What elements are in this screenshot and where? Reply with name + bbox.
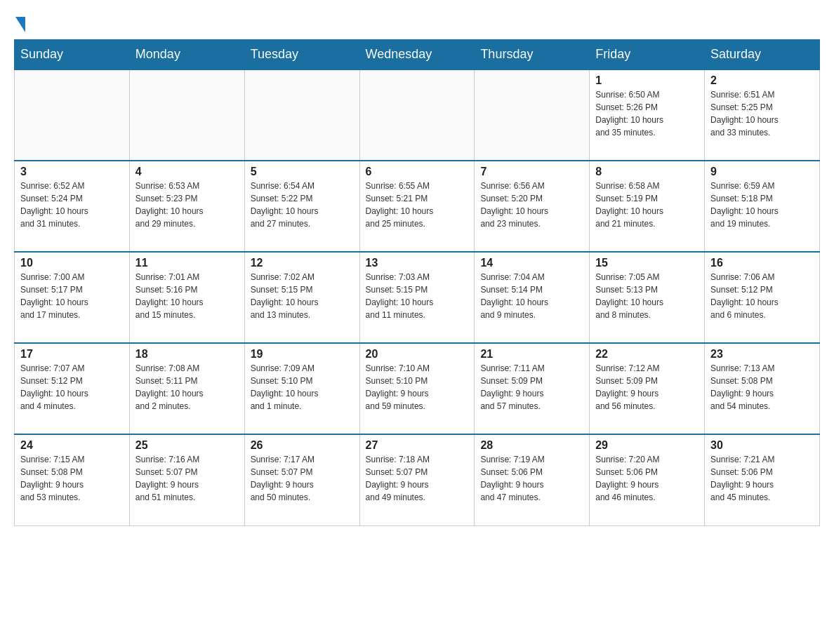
day-number: 23	[710, 348, 814, 361]
calendar-cell: 12Sunrise: 7:02 AMSunset: 5:15 PMDayligh…	[244, 252, 359, 343]
day-number: 4	[135, 166, 239, 178]
day-number: 21	[480, 348, 583, 361]
day-info: Sunrise: 7:11 AMSunset: 5:09 PMDaylight:…	[480, 362, 583, 412]
calendar-cell: 7Sunrise: 6:56 AMSunset: 5:20 PMDaylight…	[475, 161, 590, 252]
day-info: Sunrise: 7:13 AMSunset: 5:08 PMDaylight:…	[710, 362, 814, 412]
day-number: 2	[710, 74, 814, 87]
day-number: 22	[595, 348, 699, 361]
day-info: Sunrise: 6:54 AMSunset: 5:22 PMDaylight:…	[251, 180, 354, 230]
weekday-header-sunday: Sunday	[15, 40, 130, 70]
day-number: 11	[135, 257, 239, 269]
calendar-cell	[129, 69, 244, 161]
day-info: Sunrise: 7:08 AMSunset: 5:11 PMDaylight:…	[135, 362, 239, 412]
calendar-cell: 27Sunrise: 7:18 AMSunset: 5:07 PMDayligh…	[359, 434, 475, 525]
calendar-cell: 20Sunrise: 7:10 AMSunset: 5:10 PMDayligh…	[359, 343, 475, 434]
day-info: Sunrise: 7:03 AMSunset: 5:15 PMDaylight:…	[366, 271, 469, 321]
calendar-cell: 21Sunrise: 7:11 AMSunset: 5:09 PMDayligh…	[475, 343, 590, 434]
calendar-cell: 16Sunrise: 7:06 AMSunset: 5:12 PMDayligh…	[705, 252, 820, 343]
week-row-3: 10Sunrise: 7:00 AMSunset: 5:17 PMDayligh…	[15, 252, 820, 343]
calendar-cell: 25Sunrise: 7:16 AMSunset: 5:07 PMDayligh…	[129, 434, 244, 525]
day-number: 9	[710, 166, 814, 178]
day-info: Sunrise: 6:55 AMSunset: 5:21 PMDaylight:…	[366, 180, 469, 230]
day-info: Sunrise: 7:04 AMSunset: 5:14 PMDaylight:…	[480, 271, 583, 321]
weekday-header-wednesday: Wednesday	[359, 40, 475, 70]
day-number: 30	[710, 439, 814, 452]
calendar-cell: 22Sunrise: 7:12 AMSunset: 5:09 PMDayligh…	[590, 343, 705, 434]
calendar-cell: 26Sunrise: 7:17 AMSunset: 5:07 PMDayligh…	[244, 434, 359, 525]
day-info: Sunrise: 6:50 AMSunset: 5:26 PMDaylight:…	[595, 88, 699, 139]
day-number: 26	[251, 439, 354, 452]
week-row-5: 24Sunrise: 7:15 AMSunset: 5:08 PMDayligh…	[15, 434, 820, 525]
day-number: 15	[595, 257, 699, 269]
weekday-header-friday: Friday	[590, 40, 705, 70]
day-info: Sunrise: 6:59 AMSunset: 5:18 PMDaylight:…	[710, 180, 814, 230]
calendar-cell: 19Sunrise: 7:09 AMSunset: 5:10 PMDayligh…	[244, 343, 359, 434]
day-info: Sunrise: 7:09 AMSunset: 5:10 PMDaylight:…	[251, 362, 354, 412]
day-info: Sunrise: 7:16 AMSunset: 5:07 PMDaylight:…	[135, 453, 239, 504]
calendar-cell: 30Sunrise: 7:21 AMSunset: 5:06 PMDayligh…	[705, 434, 820, 525]
week-row-2: 3Sunrise: 6:52 AMSunset: 5:24 PMDaylight…	[15, 161, 820, 252]
calendar-cell: 9Sunrise: 6:59 AMSunset: 5:18 PMDaylight…	[705, 161, 820, 252]
calendar-cell: 28Sunrise: 7:19 AMSunset: 5:06 PMDayligh…	[475, 434, 590, 525]
day-number: 28	[480, 439, 583, 452]
day-info: Sunrise: 7:15 AMSunset: 5:08 PMDaylight:…	[20, 453, 124, 504]
calendar-cell: 2Sunrise: 6:51 AMSunset: 5:25 PMDaylight…	[705, 69, 820, 161]
day-number: 14	[480, 257, 583, 269]
weekday-header-tuesday: Tuesday	[244, 40, 359, 70]
logo-triangle-icon	[15, 17, 25, 32]
day-number: 13	[366, 257, 469, 269]
day-number: 17	[20, 348, 124, 361]
calendar-cell: 24Sunrise: 7:15 AMSunset: 5:08 PMDayligh…	[15, 434, 130, 525]
calendar-cell: 13Sunrise: 7:03 AMSunset: 5:15 PMDayligh…	[359, 252, 475, 343]
day-info: Sunrise: 6:58 AMSunset: 5:19 PMDaylight:…	[595, 180, 699, 230]
calendar-cell: 5Sunrise: 6:54 AMSunset: 5:22 PMDaylight…	[244, 161, 359, 252]
day-number: 3	[20, 166, 124, 178]
calendar-cell	[359, 69, 475, 161]
page-header	[14, 14, 820, 32]
day-info: Sunrise: 7:00 AMSunset: 5:17 PMDaylight:…	[20, 271, 124, 321]
calendar-cell: 29Sunrise: 7:20 AMSunset: 5:06 PMDayligh…	[590, 434, 705, 525]
week-row-1: 1Sunrise: 6:50 AMSunset: 5:26 PMDaylight…	[15, 69, 820, 161]
day-info: Sunrise: 7:02 AMSunset: 5:15 PMDaylight:…	[251, 271, 354, 321]
calendar-cell: 18Sunrise: 7:08 AMSunset: 5:11 PMDayligh…	[129, 343, 244, 434]
day-info: Sunrise: 7:07 AMSunset: 5:12 PMDaylight:…	[20, 362, 124, 412]
day-info: Sunrise: 7:17 AMSunset: 5:07 PMDaylight:…	[251, 453, 354, 504]
day-number: 1	[595, 74, 699, 87]
day-info: Sunrise: 6:51 AMSunset: 5:25 PMDaylight:…	[710, 88, 814, 139]
logo	[14, 14, 25, 32]
day-info: Sunrise: 7:19 AMSunset: 5:06 PMDaylight:…	[480, 453, 583, 504]
day-info: Sunrise: 6:56 AMSunset: 5:20 PMDaylight:…	[480, 180, 583, 230]
calendar-cell: 11Sunrise: 7:01 AMSunset: 5:16 PMDayligh…	[129, 252, 244, 343]
day-number: 10	[20, 257, 124, 269]
day-info: Sunrise: 7:18 AMSunset: 5:07 PMDaylight:…	[366, 453, 469, 504]
day-number: 8	[595, 166, 699, 178]
day-number: 18	[135, 348, 239, 361]
day-number: 7	[480, 166, 583, 178]
calendar-cell	[475, 69, 590, 161]
day-number: 20	[366, 348, 469, 361]
calendar-cell: 14Sunrise: 7:04 AMSunset: 5:14 PMDayligh…	[475, 252, 590, 343]
calendar-cell: 1Sunrise: 6:50 AMSunset: 5:26 PMDaylight…	[590, 69, 705, 161]
day-number: 6	[366, 166, 469, 178]
day-number: 25	[135, 439, 239, 452]
calendar-table: SundayMondayTuesdayWednesdayThursdayFrid…	[14, 39, 820, 526]
calendar-cell: 15Sunrise: 7:05 AMSunset: 5:13 PMDayligh…	[590, 252, 705, 343]
calendar-cell: 6Sunrise: 6:55 AMSunset: 5:21 PMDaylight…	[359, 161, 475, 252]
day-number: 16	[710, 257, 814, 269]
day-number: 5	[251, 166, 354, 178]
day-info: Sunrise: 6:52 AMSunset: 5:24 PMDaylight:…	[20, 180, 124, 230]
day-number: 27	[366, 439, 469, 452]
day-info: Sunrise: 7:01 AMSunset: 5:16 PMDaylight:…	[135, 271, 239, 321]
weekday-header-row: SundayMondayTuesdayWednesdayThursdayFrid…	[15, 40, 820, 70]
calendar-cell: 23Sunrise: 7:13 AMSunset: 5:08 PMDayligh…	[705, 343, 820, 434]
day-info: Sunrise: 7:06 AMSunset: 5:12 PMDaylight:…	[710, 271, 814, 321]
day-number: 29	[595, 439, 699, 452]
calendar-cell: 4Sunrise: 6:53 AMSunset: 5:23 PMDaylight…	[129, 161, 244, 252]
day-info: Sunrise: 7:10 AMSunset: 5:10 PMDaylight:…	[366, 362, 469, 412]
weekday-header-monday: Monday	[129, 40, 244, 70]
day-info: Sunrise: 7:21 AMSunset: 5:06 PMDaylight:…	[710, 453, 814, 504]
weekday-header-thursday: Thursday	[475, 40, 590, 70]
calendar-cell: 10Sunrise: 7:00 AMSunset: 5:17 PMDayligh…	[15, 252, 130, 343]
day-info: Sunrise: 6:53 AMSunset: 5:23 PMDaylight:…	[135, 180, 239, 230]
day-number: 19	[251, 348, 354, 361]
